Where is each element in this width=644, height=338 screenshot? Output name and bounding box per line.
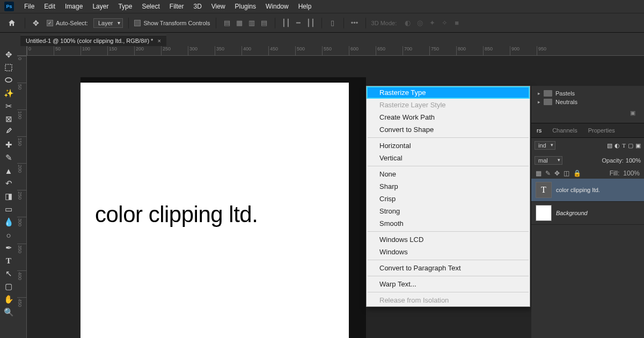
filter-image-icon[interactable]: ▧ [607,142,612,149]
folder-icon[interactable]: ▣ [630,109,635,116]
menu-help[interactable]: Help [294,1,317,12]
tab-channels[interactable]: Channels [547,124,582,137]
hand-tool[interactable]: ✋ [1,293,16,306]
type-tool[interactable]: T [1,254,16,267]
path-tool[interactable]: ↖ [1,267,16,280]
lock-paint-icon[interactable]: ✎ [545,170,551,177]
gradient-tool[interactable]: ▭ [1,203,16,216]
ctx-rasterize-style: Rasterize Layer Style [367,99,530,111]
menu-view[interactable]: View [207,1,230,12]
ctx-aa-none[interactable]: None [367,168,530,180]
menu-3d[interactable]: 3D [188,1,206,12]
lock-move-icon[interactable]: ✥ [554,170,560,177]
healing-tool[interactable]: ✚ [1,138,16,151]
layer-group-dropdown[interactable]: Layer [93,18,123,28]
chevron-right-icon: ▸ [538,99,540,105]
menu-type[interactable]: Type [113,1,137,12]
menu-select[interactable]: Select [137,1,164,12]
filter-shape-icon[interactable]: ▢ [628,142,633,149]
swatch-folder-pastels[interactable]: ▸ Pastels [538,89,638,98]
ctx-aa-strong[interactable]: Strong [367,205,530,217]
eraser-tool[interactable]: ◨ [1,190,16,203]
ctx-convert-shape[interactable]: Convert to Shape [367,123,530,136]
distribute-icon[interactable]: ┃┃ [305,19,316,27]
menu-file[interactable]: File [19,1,39,12]
move-tool-indicator: ✥ [31,18,41,28]
checkbox-icon[interactable] [134,20,141,26]
ctx-warp-text[interactable]: Warp Text... [367,278,530,290]
align-right-icon[interactable]: ▥ [246,19,257,27]
filter-adjust-icon[interactable]: ◐ [614,142,620,149]
marquee-tool[interactable] [1,61,16,74]
align-center-icon[interactable]: ▦ [234,19,245,27]
transform-label: Show Transform Controls [143,20,210,26]
ctx-convert-paragraph[interactable]: Convert to Paragraph Text [367,262,530,274]
fill-value[interactable]: 100% [623,170,640,177]
zoom-tool[interactable]: 🔍 [1,306,16,319]
home-icon[interactable] [4,17,19,30]
auto-select-option[interactable]: ✓ Auto-Select: [47,20,88,26]
frame-tool[interactable]: ⊠ [1,113,16,126]
vertical-ruler[interactable]: 0 50 100 150 200 250 300 350 400 450 [17,56,27,338]
menu-window[interactable]: Window [261,1,294,12]
eyedropper-tool[interactable] [1,126,16,138]
ctx-windows[interactable]: Windows [367,246,530,258]
dodge-tool[interactable]: ○ [1,229,16,241]
distribute-spacing-icon[interactable]: ▯ [327,19,338,27]
menu-layer[interactable]: Layer [87,1,113,12]
swatch-folder-neutrals[interactable]: ▸ Neutrals [538,98,638,106]
ctx-horizontal[interactable]: Horizontal [367,139,530,152]
type-layer-text[interactable]: color clipping ltd. [95,202,258,227]
move-tool[interactable]: ✥ [1,48,16,61]
divider [365,18,366,28]
filter-kind-dropdown[interactable]: ind [535,141,555,150]
layer-row-background[interactable]: Background [531,202,644,225]
layer-name[interactable]: Background [556,210,588,216]
align-left-icon[interactable]: ▤ [222,19,232,27]
checkbox-icon[interactable]: ✓ [47,20,53,26]
shape-tool[interactable]: ▢ [1,280,16,293]
history-brush-tool[interactable]: ↶ [1,177,16,190]
tab-layers[interactable]: rs [531,124,547,137]
lock-artboard-icon[interactable]: ◫ [564,170,569,177]
close-tab-icon[interactable]: × [157,38,160,44]
align-top-icon[interactable]: ▤ [259,19,269,27]
blur-tool[interactable]: 💧 [1,216,16,229]
lock-transparent-icon[interactable]: ▦ [536,170,541,177]
ctx-aa-crisp[interactable]: Crisp [367,193,530,205]
filter-type-icon[interactable]: T [622,142,626,149]
layer-row-text[interactable]: T color clipping ltd. [531,179,644,202]
filter-smart-icon[interactable]: ▣ [635,142,641,149]
crop-tool[interactable]: ✂ [1,100,16,113]
menu-edit[interactable]: Edit [39,1,60,12]
menu-filter[interactable]: Filter [165,1,189,12]
show-transform-option[interactable]: Show Transform Controls [134,20,210,26]
ctx-windows-lcd[interactable]: Windows LCD [367,233,530,246]
blend-mode-dropdown[interactable]: mal [535,156,562,165]
lasso-tool[interactable] [1,74,16,87]
ctx-create-work-path[interactable]: Create Work Path [367,111,530,123]
document-tab[interactable]: Untitled-1 @ 100% (color clipping ltd., … [20,35,166,46]
horizontal-ruler[interactable]: 0 50 100 150 200 250 300 350 400 450 500… [27,46,644,56]
folder-icon [544,99,552,105]
distribute-icon[interactable]: ┃┃ [281,19,291,27]
ctx-aa-sharp[interactable]: Sharp [367,180,530,193]
brush-tool[interactable]: ✎ [1,151,16,164]
auto-select-label: Auto-Select: [56,20,88,26]
3d-mode-label: 3D Mode: [371,20,397,26]
lock-all-icon[interactable]: 🔒 [573,170,581,177]
more-icon[interactable]: ••• [349,19,360,27]
ctx-rasterize-type[interactable]: Rasterize Type [367,86,530,99]
ctx-vertical[interactable]: Vertical [367,152,530,164]
opacity-value[interactable]: 100% [626,157,641,164]
ctx-aa-smooth[interactable]: Smooth [367,217,530,230]
distribute-icon[interactable]: ━ [293,19,304,27]
layer-filter-row: ind ▧ ◐ T ▢ ▣ [531,138,644,153]
menu-image[interactable]: Image [60,1,87,12]
stamp-tool[interactable]: ▲ [1,164,16,177]
pen-tool[interactable]: ✒ [1,241,16,254]
menu-plugins[interactable]: Plugins [230,1,261,12]
wand-tool[interactable]: ✨ [1,87,16,100]
tab-properties[interactable]: Properties [583,124,620,137]
layer-name[interactable]: color clipping ltd. [556,187,600,193]
